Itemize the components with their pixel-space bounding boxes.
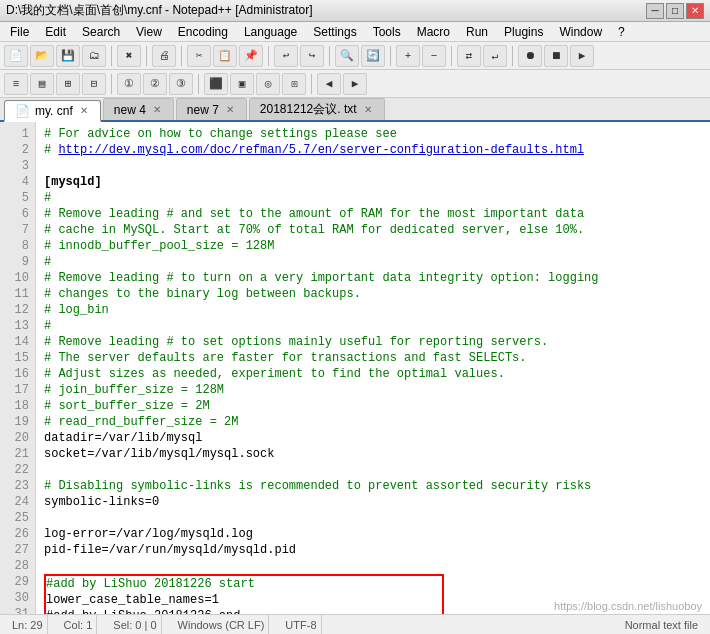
tab-20181212[interactable]: 20181212会议. txt ✕ [249,98,385,120]
status-line: Ln: 29 [8,615,48,634]
macro-stop-button[interactable]: ⏹ [544,45,568,67]
menu-item-view[interactable]: View [128,22,170,41]
tab-new7-close[interactable]: ✕ [224,104,236,115]
copy-button[interactable]: 📋 [213,45,237,67]
tab-bar: 📄 my. cnf ✕ new 4 ✕ new 7 ✕ 20181212会议. … [0,98,710,122]
macro-play-button[interactable]: ▶ [570,45,594,67]
code-line-21: socket=/var/lib/mysql/mysql.sock [44,446,702,462]
menu-item-search[interactable]: Search [74,22,128,41]
tb2-btn3[interactable]: ⊞ [56,73,80,95]
sync-scroll-button[interactable]: ⇄ [457,45,481,67]
line-num-25: 25 [6,510,29,526]
tb2-btn10[interactable]: ◎ [256,73,280,95]
redo-button[interactable]: ↪ [300,45,324,67]
code-line-15: # The server defaults are faster for tra… [44,350,702,366]
close-button[interactable]: ✕ [686,3,704,19]
tb2-btn7[interactable]: ③ [169,73,193,95]
line-num-13: 13 [6,318,29,334]
code-line-23: # Disabling symbolic-links is recommende… [44,478,702,494]
status-col: Col: 1 [60,615,98,634]
line-num-20: 20 [6,430,29,446]
menu-item-?[interactable]: ? [610,22,633,41]
line-num-8: 8 [6,238,29,254]
code-line-9: # [44,254,702,270]
maximize-button[interactable]: □ [666,3,684,19]
status-windows: Windows (CR LF) [174,615,270,634]
tb2-btn9[interactable]: ▣ [230,73,254,95]
toolbar1: 📄 📂 💾 🗂 ✖ 🖨 ✂ 📋 📌 ↩ ↪ 🔍 🔄 + − ⇄ ↵ ⏺ ⏹ ▶ [0,42,710,70]
separator5 [329,46,330,66]
print-button[interactable]: 🖨 [152,45,176,67]
menu-item-settings[interactable]: Settings [305,22,364,41]
menu-item-plugins[interactable]: Plugins [496,22,551,41]
new-button[interactable]: 📄 [4,45,28,67]
code-line-18: # sort_buffer_size = 2M [44,398,702,414]
code-line-5: # [44,190,702,206]
tb2-btn8[interactable]: ⬛ [204,73,228,95]
separator4 [268,46,269,66]
menu-bar: FileEditSearchViewEncodingLanguageSettin… [0,22,710,42]
code-line-30: lower_case_table_names=1 [46,592,442,608]
tab-new4-close[interactable]: ✕ [151,104,163,115]
code-line-7: # cache in MySQL. Start at 70% of total … [44,222,702,238]
save-button[interactable]: 💾 [56,45,80,67]
tb2-btn5[interactable]: ① [117,73,141,95]
zoom-in-button[interactable]: + [396,45,420,67]
line-num-19: 19 [6,414,29,430]
line-num-24: 24 [6,494,29,510]
tb2-btn11[interactable]: ⧆ [282,73,306,95]
separator8 [512,46,513,66]
menu-item-macro[interactable]: Macro [409,22,458,41]
menu-item-tools[interactable]: Tools [365,22,409,41]
line-num-9: 9 [6,254,29,270]
tb2-btn12[interactable]: ◀ [317,73,341,95]
undo-button[interactable]: ↩ [274,45,298,67]
tb2-btn4[interactable]: ⊟ [82,73,106,95]
line-num-21: 21 [6,446,29,462]
line-num-22: 22 [6,462,29,478]
zoom-out-button[interactable]: − [422,45,446,67]
tab-new4-label: new 4 [114,103,146,117]
tb2-btn2[interactable]: ▤ [30,73,54,95]
tab-mycnf-close[interactable]: ✕ [78,105,90,116]
code-area[interactable]: # For advice on how to change settings p… [36,122,710,614]
separator6 [390,46,391,66]
line-num-11: 11 [6,286,29,302]
paste-button[interactable]: 📌 [239,45,263,67]
cut-button[interactable]: ✂ [187,45,211,67]
tb2-btn13[interactable]: ▶ [343,73,367,95]
line-num-1: 1 [6,126,29,142]
line-numbers: 1234567891011121314151617181920212223242… [0,122,36,614]
code-line-10: # Remove leading # to turn on a very imp… [44,270,702,286]
code-line-2: # http://dev.mysql.com/doc/refman/5.7/en… [44,142,702,158]
macro-record-button[interactable]: ⏺ [518,45,542,67]
code-line-4: [mysqld] [44,174,702,190]
replace-button[interactable]: 🔄 [361,45,385,67]
code-line-29: #add by LiShuo 20181226 start [46,576,442,592]
open-button[interactable]: 📂 [30,45,54,67]
line-num-17: 17 [6,382,29,398]
menu-item-language[interactable]: Language [236,22,305,41]
tab-new4[interactable]: new 4 ✕ [103,98,174,120]
menu-item-run[interactable]: Run [458,22,496,41]
status-sel: Sel: 0 | 0 [109,615,161,634]
tab-mycnf[interactable]: 📄 my. cnf ✕ [4,100,101,122]
menu-item-edit[interactable]: Edit [37,22,74,41]
code-line-14: # Remove leading # to set options mainly… [44,334,702,350]
code-line-20: datadir=/var/lib/mysql [44,430,702,446]
tab-new7[interactable]: new 7 ✕ [176,98,247,120]
find-button[interactable]: 🔍 [335,45,359,67]
save-all-button[interactable]: 🗂 [82,45,106,67]
menu-item-window[interactable]: Window [551,22,610,41]
tb2-btn1[interactable]: ≡ [4,73,28,95]
tab-20181212-close[interactable]: ✕ [362,104,374,115]
minimize-button[interactable]: ─ [646,3,664,19]
tb2-btn6[interactable]: ② [143,73,167,95]
menu-item-file[interactable]: File [2,22,37,41]
menu-item-encoding[interactable]: Encoding [170,22,236,41]
close-doc-button[interactable]: ✖ [117,45,141,67]
line-num-6: 6 [6,206,29,222]
wrap-button[interactable]: ↵ [483,45,507,67]
line-num-18: 18 [6,398,29,414]
code-line-26: log-error=/var/log/mysqld.log [44,526,702,542]
